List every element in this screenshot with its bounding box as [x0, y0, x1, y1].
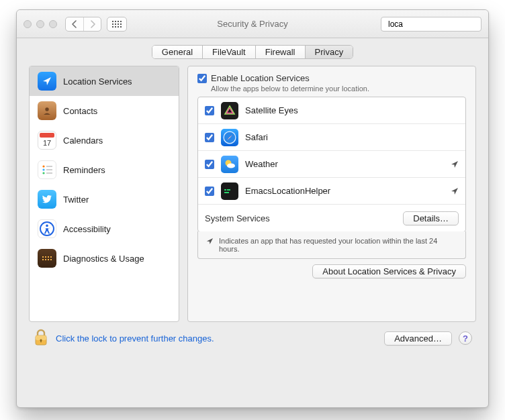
enable-location-hint: Allow the apps below to determine your l…	[211, 85, 466, 93]
traffic-lights	[24, 20, 57, 28]
svg-rect-6	[118, 23, 119, 25]
category-contacts[interactable]: Contacts	[30, 96, 179, 125]
svg-point-22	[42, 172, 44, 174]
svg-point-41	[227, 163, 235, 168]
location-icon	[38, 72, 56, 91]
svg-rect-48	[40, 340, 42, 342]
recent-location-icon	[206, 238, 214, 245]
app-checkbox[interactable]	[205, 187, 214, 196]
svg-rect-42	[224, 189, 226, 191]
svg-point-25	[46, 225, 48, 227]
svg-point-18	[42, 165, 44, 167]
category-label: Reminders	[63, 165, 105, 175]
tab-privacy[interactable]: Privacy	[306, 46, 353, 58]
svg-rect-26	[42, 256, 44, 258]
category-label: Accessibility	[63, 224, 111, 234]
svg-rect-29	[50, 256, 52, 258]
svg-rect-27	[45, 256, 46, 258]
app-row: EmacsLocationHelper	[198, 178, 465, 205]
svg-rect-28	[48, 256, 49, 258]
content-area: Location Services Contacts 17 Calendars	[17, 64, 488, 407]
category-label: Location Services	[63, 76, 132, 87]
help-button[interactable]: ?	[459, 331, 472, 345]
show-all-button[interactable]	[107, 17, 127, 32]
tab-firewall[interactable]: Firewall	[256, 46, 306, 58]
search-input[interactable]	[387, 19, 489, 30]
lock-text[interactable]: Click the lock to prevent further change…	[56, 333, 214, 344]
category-location-services[interactable]: Location Services	[30, 66, 179, 96]
svg-rect-7	[120, 23, 122, 25]
category-reminders[interactable]: Reminders	[30, 155, 179, 185]
twitter-icon	[38, 190, 56, 209]
recent-location-icon	[451, 160, 459, 168]
app-name: Safari	[245, 132, 459, 142]
system-services-label: System Services	[205, 213, 396, 223]
details-button[interactable]: Details…	[403, 211, 459, 225]
nav-back-forward	[65, 17, 101, 32]
svg-rect-21	[46, 169, 52, 170]
svg-rect-0	[112, 21, 113, 22]
svg-rect-43	[227, 189, 230, 191]
preferences-window: Security & Privacy General FileVault Fir…	[16, 9, 489, 408]
advanced-button[interactable]: Advanced…	[384, 331, 452, 346]
accessibility-icon	[38, 219, 56, 238]
recent-footnote: Indicates an app that has requested your…	[197, 231, 466, 259]
svg-rect-2	[118, 21, 119, 22]
app-row: Satellite Eyes	[198, 97, 465, 124]
titlebar: Security & Privacy	[17, 10, 488, 38]
app-list: Satellite Eyes Safari	[197, 97, 466, 232]
app-icon-weather	[221, 156, 238, 173]
svg-rect-19	[46, 166, 52, 167]
category-label: Contacts	[63, 106, 97, 116]
svg-point-14	[45, 107, 48, 111]
about-location-privacy-button[interactable]: About Location Services & Privacy	[312, 264, 466, 278]
app-icon-satellite-eyes	[221, 102, 238, 119]
app-checkbox[interactable]	[205, 133, 214, 142]
search-field[interactable]	[381, 17, 481, 32]
category-accessibility[interactable]: Accessibility	[30, 214, 179, 244]
svg-rect-10	[118, 26, 119, 28]
detail-pane: Enable Location Services Allow the apps …	[187, 66, 476, 322]
svg-rect-44	[224, 192, 229, 193]
calendar-icon: 17	[38, 131, 56, 150]
app-checkbox[interactable]	[205, 160, 214, 169]
lock-icon[interactable]	[33, 329, 49, 348]
category-calendars[interactable]: 17 Calendars	[30, 125, 179, 155]
back-button[interactable]	[66, 17, 83, 31]
svg-rect-8	[112, 26, 113, 28]
svg-point-20	[42, 168, 44, 170]
category-list: Location Services Contacts 17 Calendars	[29, 66, 179, 322]
category-diagnostics[interactable]: Diagnostics & Usage	[30, 244, 179, 273]
tab-filevault[interactable]: FileVault	[203, 46, 256, 58]
reminders-icon	[38, 160, 56, 179]
app-name: Weather	[245, 159, 444, 169]
app-checkbox[interactable]	[205, 106, 214, 115]
grid-icon	[112, 21, 122, 28]
diagnostics-icon	[38, 249, 56, 268]
svg-rect-5	[115, 23, 116, 25]
tabs: General FileVault Firewall Privacy	[152, 45, 353, 59]
app-name: Satellite Eyes	[245, 105, 459, 115]
close-window-button[interactable]	[24, 20, 32, 28]
forward-button[interactable]	[83, 17, 101, 31]
minimize-window-button[interactable]	[36, 20, 44, 28]
tabs-bar: General FileVault Firewall Privacy	[17, 38, 488, 64]
tab-general[interactable]: General	[152, 46, 203, 58]
system-services-row: System Services Details…	[198, 205, 465, 231]
svg-rect-23	[46, 172, 52, 174]
app-icon-emacs-location-helper	[221, 182, 238, 200]
svg-rect-9	[115, 26, 116, 28]
svg-text:17: 17	[43, 139, 51, 147]
svg-rect-15	[40, 133, 54, 138]
recent-location-icon	[451, 187, 459, 195]
enable-location-checkbox[interactable]	[197, 74, 207, 83]
svg-rect-3	[120, 21, 122, 22]
app-icon-safari	[221, 129, 238, 146]
svg-rect-32	[48, 259, 49, 260]
category-twitter[interactable]: Twitter	[30, 185, 179, 214]
category-label: Diagnostics & Usage	[63, 254, 144, 264]
enable-location-label: Enable Location Services	[211, 73, 310, 83]
contacts-icon	[38, 101, 56, 120]
zoom-window-button[interactable]	[49, 20, 57, 28]
app-name: EmacsLocationHelper	[245, 186, 444, 196]
